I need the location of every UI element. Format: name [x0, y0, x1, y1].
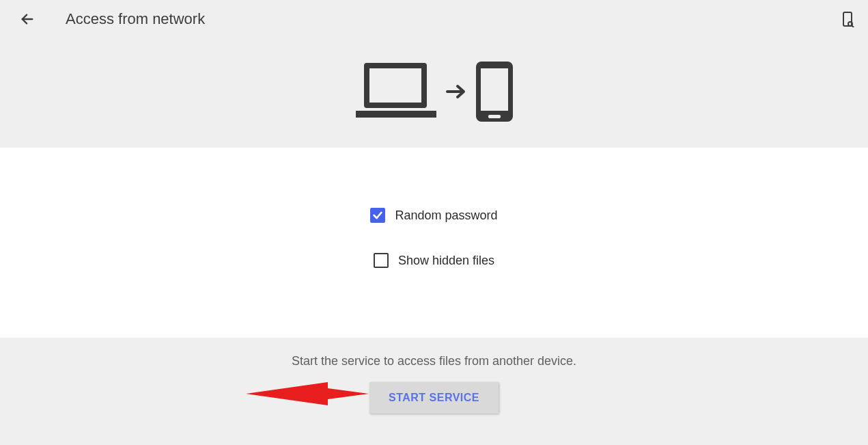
footer-section: Start the service to access files from a…	[0, 338, 868, 445]
laptop-icon	[354, 60, 438, 123]
device-search-icon	[839, 11, 856, 27]
show-hidden-files-option[interactable]: Show hidden files	[374, 253, 494, 268]
footer-hint-text: Start the service to access files from a…	[292, 354, 576, 368]
random-password-option[interactable]: Random password	[370, 208, 497, 223]
svg-marker-11	[246, 382, 369, 405]
back-button[interactable]	[16, 8, 38, 30]
phone-icon	[475, 60, 514, 123]
svg-line-3	[852, 25, 853, 27]
random-password-label: Random password	[395, 208, 497, 223]
top-bar: Access from network	[0, 0, 868, 38]
svg-rect-6	[356, 111, 436, 118]
options-section: Random password Show hidden files	[0, 148, 868, 338]
show-hidden-files-label: Show hidden files	[398, 254, 494, 268]
start-service-button[interactable]: START SERVICE	[369, 382, 499, 414]
svg-rect-5	[369, 68, 421, 103]
show-hidden-files-checkbox[interactable]	[374, 253, 389, 268]
header-section: Access from network	[0, 0, 868, 148]
checkmark-icon	[372, 210, 383, 221]
random-password-checkbox[interactable]	[370, 208, 385, 223]
page-title: Access from network	[66, 10, 205, 28]
device-search-button[interactable]	[838, 10, 857, 29]
hero-illustration	[354, 60, 514, 123]
annotation-arrow-icon	[246, 375, 372, 412]
svg-rect-10	[488, 115, 501, 118]
svg-rect-9	[481, 68, 508, 111]
arrow-left-icon	[20, 12, 35, 27]
arrow-right-icon	[446, 83, 466, 100]
